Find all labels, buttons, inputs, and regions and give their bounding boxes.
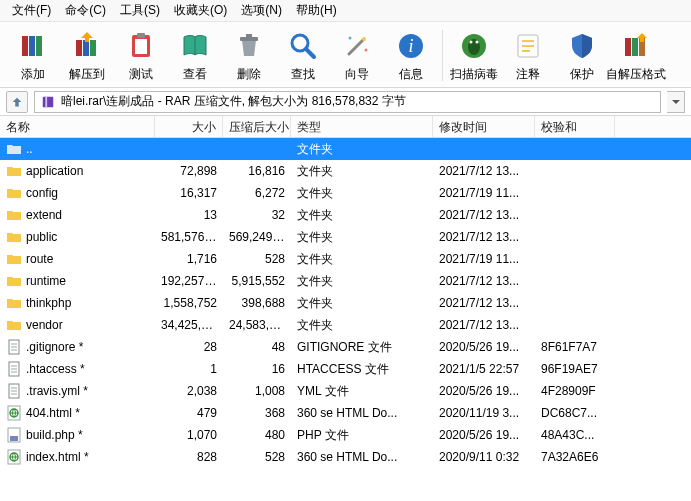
menu-item[interactable]: 帮助(H) (290, 1, 343, 20)
svg-rect-2 (36, 36, 42, 56)
table-row[interactable]: vendor34,425,77924,583,568文件夹2021/7/12 1… (0, 314, 691, 336)
cell-type: 文件夹 (291, 251, 433, 268)
cell-name: .travis.yml * (0, 383, 155, 399)
shield-icon (564, 28, 600, 64)
books-out-icon (69, 28, 105, 64)
table-row[interactable]: .gitignore *2848GITIGNORE 文件2020/5/26 19… (0, 336, 691, 358)
cell-name: build.php * (0, 427, 155, 443)
file-name: 404.html * (26, 406, 80, 420)
table-row[interactable]: runtime192,257,9...5,915,552文件夹2021/7/12… (0, 270, 691, 292)
file-name: index.html * (26, 450, 89, 464)
table-row[interactable]: 404.html *479368360 se HTML Do...2020/11… (0, 402, 691, 424)
tool-add[interactable]: 添加 (6, 26, 60, 85)
archive-icon (41, 95, 55, 109)
col-name[interactable]: 名称 (0, 116, 155, 137)
svg-text:i: i (408, 36, 413, 56)
tool-label: 扫描病毒 (450, 66, 498, 83)
file-icon (6, 383, 22, 399)
cell-size: 581,576,6... (155, 230, 223, 244)
cell-type: 文件夹 (291, 317, 433, 334)
search-icon (285, 28, 321, 64)
col-crc[interactable]: 校验和 (535, 116, 615, 137)
cell-mtime: 2021/7/12 13... (433, 274, 535, 288)
folder-icon (6, 207, 22, 223)
col-size[interactable]: 大小 (155, 116, 223, 137)
table-row[interactable]: thinkphp1,558,752398,688文件夹2021/7/12 13.… (0, 292, 691, 314)
cell-name: .gitignore * (0, 339, 155, 355)
cell-mtime: 2021/7/12 13... (433, 318, 535, 332)
up-button[interactable] (6, 91, 28, 113)
tool-wizard[interactable]: 向导 (330, 26, 384, 85)
tool-sfx[interactable]: 自解压格式 (609, 26, 663, 85)
file-name: .. (26, 142, 33, 156)
menu-item[interactable]: 收藏夹(O) (168, 1, 233, 20)
table-row[interactable]: extend1332文件夹2021/7/12 13... (0, 204, 691, 226)
path-dropdown[interactable] (667, 91, 685, 113)
folder-icon (6, 163, 22, 179)
cell-type: 文件夹 (291, 207, 433, 224)
svg-rect-4 (83, 40, 89, 56)
cell-type: 文件夹 (291, 163, 433, 180)
cell-type: 文件夹 (291, 229, 433, 246)
table-row[interactable]: .htaccess *116HTACCESS 文件2021/1/5 22:579… (0, 358, 691, 380)
table-row[interactable]: config16,3176,272文件夹2021/7/19 11... (0, 182, 691, 204)
svg-rect-3 (76, 40, 82, 56)
table-row[interactable]: route1,716528文件夹2021/7/19 11... (0, 248, 691, 270)
table-row[interactable]: .travis.yml *2,0381,008YML 文件2020/5/26 1… (0, 380, 691, 402)
cell-size: 1 (155, 362, 223, 376)
cell-type: 360 se HTML Do... (291, 406, 433, 420)
menu-item[interactable]: 工具(S) (114, 1, 166, 20)
table-row[interactable]: public581,576,6...569,249,8...文件夹2021/7/… (0, 226, 691, 248)
menu-item[interactable]: 选项(N) (235, 1, 288, 20)
cell-packed: 1,008 (223, 384, 291, 398)
tool-protect[interactable]: 保护 (555, 26, 609, 85)
menu-item[interactable]: 文件(F) (6, 1, 57, 20)
cell-crc: 96F19AE7 (535, 362, 615, 376)
cell-packed: 398,688 (223, 296, 291, 310)
column-headers: 名称 大小 压缩后大小 类型 修改时间 校验和 (0, 116, 691, 138)
tool-info[interactable]: i信息 (384, 26, 438, 85)
col-mtime[interactable]: 修改时间 (433, 116, 535, 137)
cell-size: 28 (155, 340, 223, 354)
table-row[interactable]: build.php *1,070480PHP 文件2020/5/26 19...… (0, 424, 691, 446)
cell-type: 360 se HTML Do... (291, 450, 433, 464)
tool-view[interactable]: 查看 (168, 26, 222, 85)
file-name: .travis.yml * (26, 384, 88, 398)
col-packed[interactable]: 压缩后大小 (223, 116, 291, 137)
table-row[interactable]: index.html *828528360 se HTML Do...2020/… (0, 446, 691, 468)
table-row[interactable]: ..文件夹 (0, 138, 691, 160)
path-field[interactable]: 暗lei.rar\连刷成品 - RAR 压缩文件, 解包大小为 816,578,… (34, 91, 661, 113)
tool-test[interactable]: 测试 (114, 26, 168, 85)
tool-find[interactable]: 查找 (276, 26, 330, 85)
cell-name: extend (0, 207, 155, 223)
tool-label: 向导 (345, 66, 369, 83)
table-row[interactable]: application72,89816,816文件夹2021/7/12 13..… (0, 160, 691, 182)
col-type[interactable]: 类型 (291, 116, 433, 137)
tool-delete[interactable]: 删除 (222, 26, 276, 85)
file-name: build.php * (26, 428, 83, 442)
menu-item[interactable]: 命令(C) (59, 1, 112, 20)
toolbar-separator (442, 30, 443, 81)
tool-label: 添加 (21, 66, 45, 83)
wand-icon (339, 28, 375, 64)
file-name: route (26, 252, 53, 266)
cell-size: 34,425,779 (155, 318, 223, 332)
tool-label: 保护 (570, 66, 594, 83)
trash-icon (231, 28, 267, 64)
file-name: extend (26, 208, 62, 222)
cell-crc: 4F28909F (535, 384, 615, 398)
tool-virus[interactable]: 扫描病毒 (447, 26, 501, 85)
cell-size: 1,558,752 (155, 296, 223, 310)
tool-extract[interactable]: 解压到 (60, 26, 114, 85)
cell-packed: 24,583,568 (223, 318, 291, 332)
svg-point-15 (362, 37, 366, 41)
php-icon (6, 427, 22, 443)
svg-line-13 (306, 49, 314, 57)
books-icon (15, 28, 51, 64)
cell-mtime: 2020/5/26 19... (433, 340, 535, 354)
tool-comment[interactable]: 注释 (501, 26, 555, 85)
cell-name: .. (0, 141, 155, 157)
cell-name: application (0, 163, 155, 179)
html-icon (6, 405, 22, 421)
svg-rect-8 (137, 33, 145, 38)
